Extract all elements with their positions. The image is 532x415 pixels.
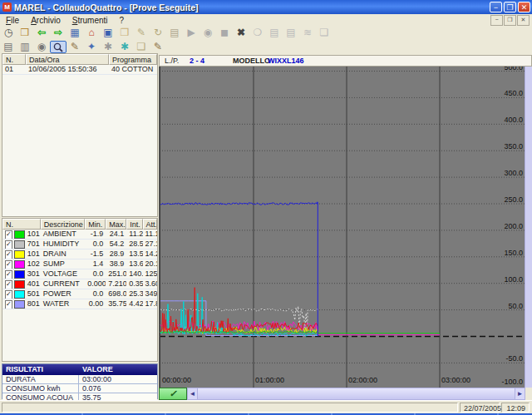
sensor-row[interactable]: ✓102SUMP1.438.913.620.1 bbox=[2, 259, 157, 269]
stop-icon[interactable]: ◼ bbox=[216, 27, 233, 39]
svg-text:01:00:00: 01:00:00 bbox=[255, 376, 284, 384]
sensor-row[interactable]: ✓401CURRENT0.0007.2100.3573.605 bbox=[2, 279, 157, 289]
test-cell-n: 01 bbox=[2, 65, 26, 74]
tests-col-header[interactable]: Programma bbox=[109, 54, 157, 65]
sensor-cell-min: 1.4 bbox=[85, 259, 106, 269]
grid-view-icon[interactable]: ▦ bbox=[66, 27, 83, 39]
sensors-col-header[interactable]: Min. bbox=[85, 219, 106, 230]
sensor-channel: 501 bbox=[27, 289, 40, 299]
result-row[interactable]: CONSUMO kwh0.076 bbox=[2, 384, 157, 393]
printer-alt-icon[interactable]: ▤ bbox=[283, 27, 299, 39]
sensor-checkbox[interactable]: ✓ bbox=[5, 280, 12, 289]
tests-col-header[interactable]: N. bbox=[2, 54, 26, 65]
status-message-panel bbox=[2, 403, 458, 413]
sensors-col-header[interactable]: N. bbox=[2, 219, 41, 230]
sensor-checkbox[interactable]: ✓ bbox=[5, 300, 12, 309]
printer-icon[interactable]: ▤ bbox=[266, 27, 283, 39]
test-row[interactable]: 0110/06/2005 15:50:3640 COTTON bbox=[2, 65, 157, 75]
pencil-tools-icon[interactable]: ✎ bbox=[66, 41, 83, 53]
delete-icon[interactable]: ✖ bbox=[233, 27, 249, 39]
application-window: M MAREL - CollaudoQuattro - [Prove Esegu… bbox=[0, 0, 532, 415]
report-check-icon[interactable]: ❏ bbox=[316, 27, 332, 39]
sensor-color-swatch bbox=[14, 260, 25, 269]
sensor-cell-int: 28.5 bbox=[126, 240, 142, 249]
sensors-col-header[interactable]: Int. bbox=[126, 219, 142, 230]
edit-notes-icon[interactable]: ✎ bbox=[150, 41, 166, 53]
sensor-channel: 301 bbox=[27, 269, 40, 279]
sensor-cell-max: 24.1 bbox=[106, 230, 126, 239]
open-folder-icon[interactable]: ❐ bbox=[116, 27, 133, 39]
export-print-icon[interactable]: ▤ bbox=[166, 27, 183, 39]
back-icon[interactable]: ⇦ bbox=[33, 27, 50, 39]
sensor-row[interactable]: ✓501POWER0.0698.025.3349.0 bbox=[2, 289, 157, 299]
menu-item-file[interactable]: File bbox=[0, 16, 25, 25]
result-row[interactable]: DURATA03:00:00 bbox=[2, 375, 157, 384]
result-label: CONSUMO kwh bbox=[2, 384, 79, 393]
photo-icon[interactable]: ❍ bbox=[249, 27, 266, 39]
notes-icon[interactable]: ❏ bbox=[133, 41, 150, 53]
sensor-checkbox[interactable]: ✓ bbox=[5, 270, 12, 279]
tests-col-header[interactable]: Data/Ora bbox=[26, 54, 109, 65]
zoom-icon[interactable] bbox=[50, 41, 66, 53]
window-title: MAREL - CollaudoQuattro - [Prove Eseguit… bbox=[14, 2, 488, 12]
sensor-row[interactable]: ✓301VOLTAGE0.0251.0140.4125.5 bbox=[2, 269, 157, 279]
sensor-cell-max: 698.0 bbox=[106, 289, 126, 299]
sensor-row[interactable]: ✓801WATER0.0035.754.4217.88 bbox=[2, 299, 157, 309]
print-preview-icon[interactable]: ▥ bbox=[17, 41, 33, 53]
print-icon[interactable]: ▤ bbox=[0, 41, 17, 53]
sensor-checkbox[interactable]: ✓ bbox=[5, 250, 12, 259]
menu-item-help[interactable]: ? bbox=[114, 16, 131, 25]
sensor-cell-att: 27.1 bbox=[143, 240, 157, 249]
sensor-checkbox[interactable]: ✓ bbox=[5, 260, 12, 269]
accept-button[interactable]: ✓ bbox=[159, 388, 187, 400]
home-icon[interactable]: ⌂ bbox=[83, 27, 100, 39]
title-bar: M MAREL - CollaudoQuattro - [Prove Esegu… bbox=[0, 0, 532, 14]
chart-plot-area: 500.0450.0400.0350.0300.0250.0200.0150.0… bbox=[159, 67, 525, 388]
computer-icon[interactable]: ▣ bbox=[100, 27, 116, 39]
log-book-icon[interactable]: ❒ bbox=[17, 27, 33, 39]
scrollbar-track[interactable] bbox=[198, 388, 515, 400]
forward-icon[interactable]: ⇨ bbox=[50, 27, 66, 39]
scroll-left-arrow[interactable]: ◄ bbox=[187, 388, 198, 400]
lock-icon[interactable]: ◉ bbox=[200, 27, 216, 39]
gear-icon[interactable]: ✱ bbox=[100, 41, 116, 53]
sensor-row[interactable]: ✓101AMBIENT-1.924.111.211.1 bbox=[2, 230, 157, 240]
sensor-cell-name: SUMP bbox=[41, 259, 86, 269]
sensor-cell-min: 0.0 bbox=[85, 289, 106, 299]
svg-text:450.0: 450.0 bbox=[504, 89, 523, 97]
chart-vertical-scrollbar[interactable] bbox=[525, 67, 532, 388]
mdi-minimize-button[interactable]: − bbox=[490, 15, 503, 26]
sensor-row[interactable]: ✓101DRAIN-1.528.913.514.2 bbox=[2, 249, 157, 259]
play-icon[interactable]: ▶ bbox=[183, 27, 200, 39]
menu-item-archivio[interactable]: Archivio bbox=[25, 16, 66, 25]
sensor-checkbox[interactable]: ✓ bbox=[5, 230, 12, 239]
sensor-cell-name: DRAIN bbox=[41, 249, 86, 259]
timer-icon[interactable]: ◷ bbox=[0, 27, 17, 39]
mdi-close-button[interactable]: ✕ bbox=[517, 15, 530, 26]
refresh-page-icon[interactable]: ↻ bbox=[150, 27, 166, 39]
gears-icon[interactable]: ✱ bbox=[116, 41, 133, 53]
camera-icon[interactable]: ◉ bbox=[33, 41, 50, 53]
controller-icon[interactable]: ≋ bbox=[299, 27, 316, 39]
sensors-col-header[interactable]: Descrizione bbox=[41, 219, 85, 230]
app-icon: M bbox=[2, 2, 12, 12]
sensors-col-header[interactable]: Att. bbox=[143, 219, 157, 230]
edit-page-icon[interactable]: ✎ bbox=[133, 27, 150, 39]
sensor-cell-min: 0.0 bbox=[85, 240, 106, 249]
scrollbar-thumb[interactable] bbox=[198, 388, 515, 399]
key-icon[interactable]: ✦ bbox=[83, 41, 100, 53]
sensor-cell-int: 11.2 bbox=[126, 230, 142, 239]
menu-item-strumenti[interactable]: Strumenti bbox=[66, 16, 114, 25]
mdi-restore-button[interactable]: ❐ bbox=[504, 15, 516, 26]
sensor-channel: 701 bbox=[27, 240, 40, 249]
results-col-header: VALORE bbox=[79, 364, 157, 375]
close-button[interactable]: ✕ bbox=[518, 2, 530, 12]
scroll-right-arrow[interactable]: ► bbox=[515, 388, 525, 400]
svg-text:03:00:00: 03:00:00 bbox=[441, 376, 470, 384]
sensor-row[interactable]: ✓701HUMIDITY0.054.228.527.1 bbox=[2, 240, 157, 249]
minimize-button[interactable]: − bbox=[490, 2, 502, 12]
sensor-checkbox[interactable]: ✓ bbox=[5, 240, 12, 249]
sensor-checkbox[interactable]: ✓ bbox=[5, 290, 12, 299]
maximize-button[interactable]: ❐ bbox=[504, 2, 516, 12]
sensors-col-header[interactable]: Max. bbox=[106, 219, 126, 230]
